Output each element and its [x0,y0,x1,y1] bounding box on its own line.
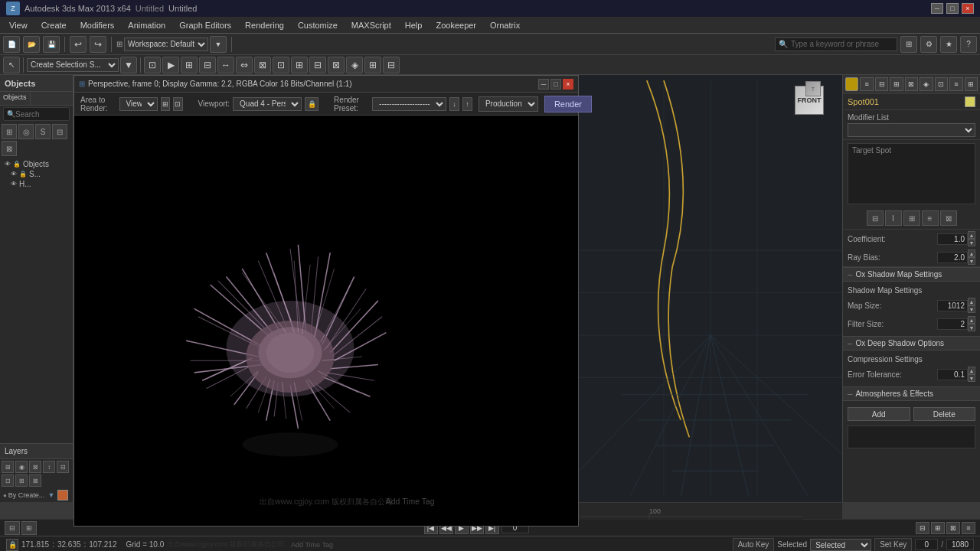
tb-icon6[interactable]: ⇔ [236,57,253,73]
undo-button[interactable]: ↩ [70,36,87,53]
anim-icon1[interactable]: ⊟ [5,521,20,535]
menu-zookeeper[interactable]: Zookeeper [430,19,482,31]
workspace-dropdown[interactable]: Workspace: Default [124,37,208,51]
minimize-button[interactable]: ─ [931,3,943,14]
area-icon1[interactable]: ⊞ [161,97,171,111]
mod-tab-3[interactable]: ⊞ [903,210,920,226]
layer-icon4[interactable]: ↕ [43,461,55,473]
viewport-select[interactable]: Quad 4 - Perspec [233,97,302,111]
obj-icon5[interactable]: ⊠ [2,141,17,156]
area-icon2[interactable]: ⊡ [173,97,183,111]
add-time-tag[interactable]: Add Time Tag [291,541,333,549]
menu-customize[interactable]: Customize [292,19,344,31]
star-btn[interactable]: ★ [940,36,957,53]
render-button[interactable]: Render [544,96,592,112]
menu-rendering[interactable]: Rendering [239,19,290,31]
save-button[interactable]: 💾 [43,36,60,53]
rw-max-btn[interactable]: □ [550,79,561,90]
raybias-input[interactable] [937,252,968,263]
tb-icon14[interactable]: ⊟ [383,57,400,73]
sel-dropdown-btn[interactable]: ▼ [120,57,137,73]
errortol-down[interactable]: ▼ [968,374,975,382]
select-btn[interactable]: ↖ [3,57,20,73]
layer-icon6[interactable]: ⊡ [2,474,14,487]
menu-help[interactable]: Help [399,19,429,31]
mapsize-up[interactable]: ▲ [968,298,975,305]
layer-icon7[interactable]: ⊞ [15,474,28,487]
menu-view[interactable]: View [3,19,34,31]
obj-icon4[interactable]: ⊟ [52,124,67,139]
tb-icon13[interactable]: ⊞ [364,57,381,73]
filter-size-input[interactable] [937,318,968,330]
errortol-up[interactable]: ▲ [968,367,975,374]
menu-animation[interactable]: Animation [122,19,172,31]
view-cube[interactable]: FRONT T [790,81,836,127]
scene-search[interactable]: 🔍 [3,107,70,121]
obj-icon3[interactable]: S [35,124,51,139]
tb-icon10[interactable]: ⊟ [309,57,326,73]
anim-icon2[interactable]: ⊞ [21,521,37,535]
open-button[interactable]: 📂 [23,36,40,53]
mod-tab-5[interactable]: ⊠ [940,210,957,226]
production-select[interactable]: Production [479,96,538,112]
right-icon-4[interactable]: ⊠ [905,77,918,91]
obj-icon1[interactable]: ⊞ [2,124,17,139]
filtersize-down[interactable]: ▼ [968,324,975,331]
ox-deep-shadow-rollout[interactable]: ─ Ox Deep Shadow Options [843,336,980,350]
raybias-down[interactable]: ▼ [968,257,975,265]
anim-btn-r3[interactable]: ⊠ [946,522,960,534]
anim-btn-r2[interactable]: ⊞ [931,522,945,534]
maximize-button[interactable]: □ [946,3,959,14]
rw-min-btn[interactable]: ─ [538,79,549,90]
menu-modifiers[interactable]: Modifiers [74,19,121,31]
obj-icon2[interactable]: ◎ [18,124,34,139]
selection-set-dropdown[interactable]: Create Selection S... [27,58,119,72]
add-button[interactable]: Add [848,407,910,421]
tb-icon8[interactable]: ⊡ [273,57,289,73]
tb-icon12[interactable]: ◈ [346,57,363,73]
coeff-input[interactable] [937,233,968,245]
tb-icon1[interactable]: ⊡ [144,57,161,73]
mapsize-down[interactable]: ▼ [968,305,975,313]
menu-maxscript[interactable]: MAXScript [345,19,397,31]
coeff-down[interactable]: ▼ [968,239,975,246]
setkey-frame-input[interactable] [915,539,938,550]
mod-tab-4[interactable]: ≡ [922,210,939,226]
right-icon-5[interactable]: ◈ [920,77,933,91]
scene-item-2[interactable]: 👁 🔒 S... [3,169,70,179]
preset-save-icon[interactable]: ↑ [462,97,472,111]
help-btn[interactable]: ? [960,36,977,53]
right-icon-2[interactable]: ⊟ [875,77,888,91]
layer-icon1[interactable]: ⊞ [2,461,14,473]
right-icon-star[interactable] [845,77,858,91]
preset-load-icon[interactable]: ↓ [449,97,459,111]
layer-icon8[interactable]: ⊠ [29,474,41,487]
setkey-button[interactable]: Set Key [874,538,912,552]
tb-icon2[interactable]: ▶ [162,57,179,73]
delete-button[interactable]: Delete [913,407,976,421]
workspace-selector[interactable]: ⊞ Workspace: Default ▼ [116,36,227,53]
scene-search-input[interactable] [15,110,66,119]
scene-item-3[interactable]: 👁 H... [3,179,70,189]
rw-close-btn[interactable]: × [563,79,573,90]
right-icon-3[interactable]: ⊞ [890,77,903,91]
tb-icon7[interactable]: ⊠ [254,57,271,73]
tab-objects[interactable]: Objects [0,92,31,105]
scene-item-1[interactable]: 👁 🔒 Objects [3,159,70,169]
right-icon-6[interactable]: ⊡ [935,77,948,91]
layer-filter-icon[interactable]: ▼ [47,491,54,499]
raybias-up[interactable]: ▲ [968,249,975,257]
layer-icon2[interactable]: ◉ [15,461,28,473]
ox-shadow-map-rollout[interactable]: ─ Ox Shadow Map Settings [843,267,980,282]
close-button[interactable]: × [962,3,974,14]
autokey-button[interactable]: Auto Key [733,538,775,552]
tb-icon3[interactable]: ⊞ [181,57,198,73]
anim-btn-r1[interactable]: ⊟ [916,522,929,534]
search-box[interactable]: 🔍 Type a keyword or phrase [775,37,897,51]
lock-icon[interactable]: 🔒 [305,97,318,111]
menu-ornatrix[interactable]: Ornatrix [484,19,526,31]
mod-tab-1[interactable]: ⊟ [867,210,884,226]
new-button[interactable]: 📄 [3,36,20,53]
search-btn[interactable]: ⊞ [900,36,917,53]
map-size-input[interactable] [937,300,968,311]
